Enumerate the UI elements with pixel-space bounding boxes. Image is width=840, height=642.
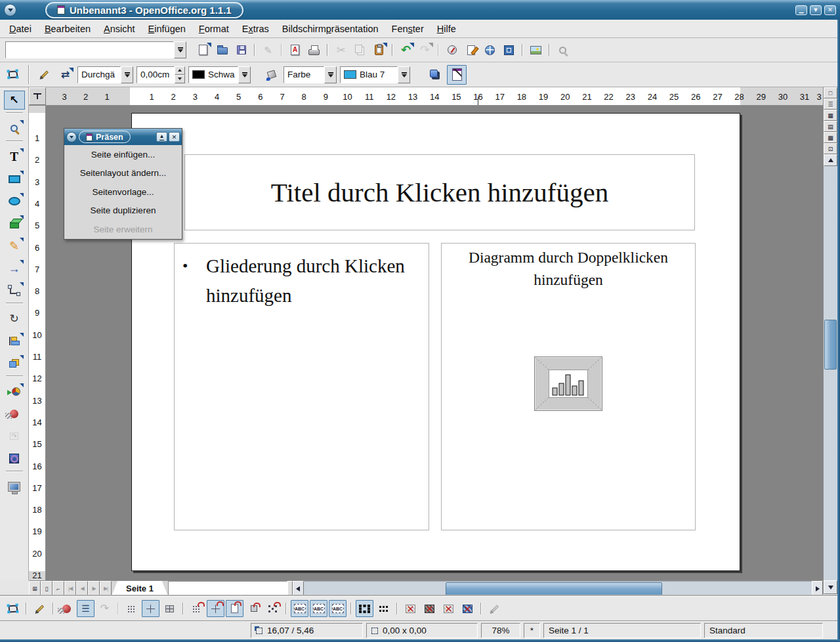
text-tool-button[interactable]: T xyxy=(4,147,25,166)
page-number-field[interactable]: Seite 1 / 1 xyxy=(543,623,701,638)
line-width-spinner[interactable]: 0,00cm xyxy=(136,66,185,83)
large-handles-button[interactable] xyxy=(375,600,392,617)
paste-button[interactable] xyxy=(370,41,388,58)
rotation-mode-button[interactable] xyxy=(31,600,49,617)
lines-arrows-tool-button[interactable]: → xyxy=(4,259,25,278)
stylist-button[interactable] xyxy=(462,41,480,58)
palette-menu-button[interactable] xyxy=(66,132,77,142)
menu-einfuegen[interactable]: Einfügen xyxy=(142,22,192,36)
start-presentation-button[interactable]: ⊡ xyxy=(824,143,837,154)
modified-flag-field[interactable]: * xyxy=(524,623,540,638)
navigator-button[interactable] xyxy=(443,41,461,58)
modify-object-button[interactable] xyxy=(486,600,503,617)
grid-visible-button[interactable] xyxy=(123,600,140,617)
line-contour-button[interactable]: ✕ xyxy=(459,600,476,617)
print-button[interactable] xyxy=(305,41,323,58)
zoom-tool-button[interactable] xyxy=(4,119,25,138)
vertical-scrollbar[interactable]: □☰▦▤▩⊡ xyxy=(823,87,837,594)
fill-color-dropdown-arrow-icon[interactable] xyxy=(398,66,410,83)
contour-mode-button[interactable]: ✕ xyxy=(421,600,438,617)
scroll-left-button[interactable] xyxy=(293,581,304,596)
url-dropdown-arrow-icon[interactable] xyxy=(174,41,186,58)
fill-type-value[interactable]: Farbe xyxy=(284,66,324,83)
pane-splitter[interactable] xyxy=(287,581,293,596)
zoom-dialog-button[interactable] xyxy=(500,41,518,58)
rectangle-tool-button[interactable] xyxy=(4,169,25,188)
select-text-area-button[interactable]: ABC xyxy=(310,600,327,617)
menu-bearbeiten[interactable]: Bearbeiten xyxy=(38,22,97,36)
curve-tool-button[interactable]: ✎ xyxy=(4,236,25,255)
copy-button[interactable] xyxy=(351,41,369,58)
url-input[interactable] xyxy=(5,41,174,58)
minimize-button[interactable]: ▁ xyxy=(795,5,807,15)
spin-down-icon[interactable] xyxy=(175,75,185,83)
quick-edit-button[interactable]: ABC xyxy=(291,600,308,617)
horizontal-scroll-thumb[interactable] xyxy=(446,582,662,595)
palette-item-seite-einfuegen[interactable]: Seite einfügen... xyxy=(64,145,182,164)
snap-grid-points-button[interactable] xyxy=(188,600,205,617)
line-color-dropdown-arrow-icon[interactable] xyxy=(238,66,251,83)
line-width-value[interactable]: 0,00cm xyxy=(136,66,175,83)
zoom-field[interactable]: 78% xyxy=(481,623,520,638)
fill-type-dropdown-arrow-icon[interactable] xyxy=(324,66,337,83)
url-combobox[interactable] xyxy=(5,41,186,58)
line-color-combobox[interactable]: Schwa xyxy=(188,66,251,83)
allow-interaction-button[interactable]: ☰ xyxy=(77,600,94,617)
picture-placeholder-button[interactable]: ✕ xyxy=(402,600,419,617)
vertical-scroll-thumb[interactable] xyxy=(824,320,837,370)
select-tool-button[interactable]: ↖ xyxy=(4,91,25,110)
outline-placeholder[interactable]: • Gliederung durch Klicken hinzufügen xyxy=(174,243,429,530)
redo-button[interactable]: ↷ xyxy=(416,41,434,58)
titlebar[interactable]: Unbenannt3 - OpenOffice.org 1.1.1 ▁▼✕ xyxy=(0,0,840,20)
effects-tool-button[interactable] xyxy=(4,404,25,423)
fill-type-combobox[interactable]: Farbe xyxy=(284,66,337,83)
title-placeholder[interactable]: Titel durch Klicken hinzufügen xyxy=(184,154,695,230)
edit-points-button[interactable] xyxy=(4,600,22,617)
snap-to-margins-button[interactable] xyxy=(226,600,243,617)
rotate-tool-button[interactable]: ↻ xyxy=(4,309,25,328)
handout-view-button[interactable]: ▩ xyxy=(824,132,837,143)
edit-points-button[interactable] xyxy=(4,66,22,83)
presentation-palette[interactable]: Präsen ▲ ✕ Seite einfügen...Seitenlayout… xyxy=(64,128,182,240)
horizontal-ruler[interactable]: 3211234567891011121314151617181920212223… xyxy=(29,87,823,106)
3d-object-tool-button[interactable] xyxy=(4,214,25,233)
spin-up-icon[interactable] xyxy=(175,66,185,75)
palette-close-button[interactable]: ✕ xyxy=(169,132,180,142)
menu-hilfe[interactable]: Hilfe xyxy=(430,22,463,36)
last-page-button[interactable]: ▶| xyxy=(100,581,112,596)
menu-bildschirmpraesentation[interactable]: Bildschirmpräsentation xyxy=(276,22,385,36)
line-style-dropdown-arrow-icon[interactable] xyxy=(121,66,133,83)
snap-to-grid-button[interactable] xyxy=(142,600,159,617)
vertical-scroll-track[interactable] xyxy=(824,166,837,580)
preview-mode-button[interactable]: ↷ xyxy=(96,600,114,617)
next-page-button[interactable]: ▶ xyxy=(88,581,100,596)
text-placeholder-button[interactable]: ✕ xyxy=(440,600,457,617)
simple-handles-button[interactable] xyxy=(356,600,373,617)
palette-rollup-button[interactable]: ▲ xyxy=(156,132,167,142)
maximize-button[interactable]: ▼ xyxy=(810,5,822,15)
scroll-right-button[interactable] xyxy=(812,581,823,596)
palette-item-seite-duplizieren[interactable]: Seite duplizieren xyxy=(64,202,182,221)
palette-item-seitenlayout-aendern[interactable]: Seitenlayout ändern... xyxy=(64,164,182,183)
guides-visible-button[interactable] xyxy=(161,600,178,617)
page-mode-button[interactable]: ⊞ xyxy=(29,581,41,596)
search-button[interactable] xyxy=(554,41,572,58)
horizontal-scroll-track[interactable] xyxy=(304,581,812,596)
horizontal-scrollbar[interactable] xyxy=(293,581,823,596)
menu-format[interactable]: Format xyxy=(192,22,236,36)
cursor-position-field[interactable]: 16,07 / 5,46 xyxy=(251,623,363,638)
first-page-button[interactable]: |◀ xyxy=(64,581,76,596)
open-button[interactable] xyxy=(213,41,231,58)
tab-stop-selector[interactable] xyxy=(29,87,46,105)
gallery-button[interactable] xyxy=(527,41,545,58)
tab-seite-1[interactable]: Seite 1 xyxy=(112,581,168,596)
palette-titlebar[interactable]: Präsen ▲ ✕ xyxy=(64,129,182,145)
snap-to-points-button[interactable] xyxy=(264,600,282,617)
hyperlink-button[interactable] xyxy=(481,41,499,58)
allow-effects-button[interactable] xyxy=(58,600,75,617)
scroll-down-button[interactable] xyxy=(824,580,837,594)
window-menu-button[interactable] xyxy=(4,4,16,16)
presentation-box-toggle-button[interactable] xyxy=(447,65,467,85)
slides-view-button[interactable]: ▦ xyxy=(824,110,837,121)
line-style-value[interactable]: Durchgä xyxy=(77,66,121,83)
